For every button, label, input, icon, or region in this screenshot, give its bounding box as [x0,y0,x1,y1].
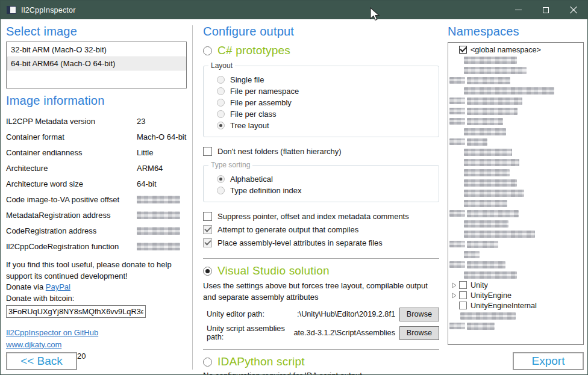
visual-studio-solution-radio[interactable]: Visual Studio solution [203,263,439,279]
layout-radio-icon[interactable] [217,76,225,84]
namespace-row-redacted[interactable] [449,65,582,75]
type-sorting-option[interactable]: Type definition index [217,185,433,196]
namespace-row-redacted[interactable] [449,198,582,208]
image-info-value: Mach-O 64-bit [137,132,186,141]
namespace-row-redacted[interactable] [449,249,582,259]
namespace-row-redacted[interactable] [449,229,582,239]
image-info-label: MetadataRegistration address [6,211,110,220]
redacted-namespace-blur [467,108,518,115]
select-image-heading: Select image [6,25,187,39]
redacted-namespace-blur [467,138,487,146]
namespace-row[interactable]: Unity [449,280,582,290]
layout-option[interactable]: File per class [217,108,433,120]
vs-radio-icon[interactable] [203,267,212,276]
output-option-checkbox-row[interactable]: Attempt to generate output that compiles [203,223,439,236]
website-link[interactable]: www.djkaty.com [6,340,61,349]
namespace-row-redacted[interactable] [449,188,582,198]
namespace-row-redacted[interactable] [449,106,582,116]
namespace-row[interactable]: UnityEngineInternal [449,300,582,311]
csharp-prototypes-label: C# prototypes [217,44,290,57]
type-sorting-radio-icon[interactable] [217,187,225,194]
image-info-label: Container format [6,132,64,141]
bitcoin-address-input[interactable] [6,305,146,318]
namespace-row-redacted[interactable] [449,116,582,126]
paypal-link[interactable]: PayPal [46,282,70,291]
github-link[interactable]: Il2CppInspector on GitHub [6,328,98,337]
namespace-row-redacted[interactable] [449,157,582,167]
layout-radio-icon[interactable] [217,87,225,95]
layout-option-label: Single file [230,75,264,84]
type-sorting-option[interactable]: Alphabetical [217,173,433,185]
namespace-row-redacted[interactable] [449,259,582,270]
redacted-namespace-blur [464,67,527,74]
redacted-namespace-blur [464,57,517,64]
expander-icon[interactable] [449,282,459,288]
namespace-row-redacted[interactable] [449,178,582,188]
namespace-checkbox-icon[interactable] [459,46,467,54]
namespace-checkbox-icon[interactable] [459,281,467,289]
close-icon [569,6,578,14]
idapython-script-radio[interactable]: IDAPython script [203,354,439,370]
output-option-checkbox-label: Place assembly-level attributes in separ… [217,238,383,247]
output-option-checkbox-row[interactable]: Suppress pointer, offset and index metad… [203,210,439,223]
namespace-row-redacted[interactable] [449,55,582,65]
image-list-item[interactable]: 32-bit ARM (Mach-O 32-bit) [7,43,186,57]
image-info-label: Il2CppCodeRegistration function [6,242,119,251]
image-info-row: Architecture word size64-bit [6,176,187,191]
namespace-row-redacted[interactable] [449,75,582,85]
csharp-radio-icon[interactable] [203,46,212,55]
layout-radio-icon[interactable] [217,122,225,129]
redacted-namespace-blur [464,190,524,197]
namespace-row-redacted[interactable] [449,311,582,321]
namespaces-heading: Namespaces [448,25,584,39]
namespace-row[interactable]: UnityEngine [449,290,582,300]
output-option-checkbox-icon[interactable] [203,212,212,221]
layout-option[interactable]: Single file [217,74,433,85]
redacted-namespace-blur [460,312,516,320]
namespace-row-redacted[interactable] [449,321,582,331]
redacted-namespace-blur [464,169,510,176]
close-button[interactable] [560,1,587,19]
layout-radio-icon[interactable] [217,110,225,118]
namespace-row-redacted[interactable] [449,126,582,137]
csharp-prototypes-radio[interactable]: C# prototypes [203,43,439,58]
maximize-button[interactable] [532,1,560,19]
browse-assemblies-button[interactable]: Browse [399,326,439,340]
namespace-row-redacted[interactable] [449,270,582,280]
image-info-value-redacted [137,227,180,235]
ida-radio-icon[interactable] [203,358,212,367]
flatten-checkbox-icon[interactable] [203,147,212,156]
layout-option[interactable]: File per assembly [217,97,433,108]
output-option-checkbox-row[interactable]: Place assembly-level attributes in separ… [203,237,439,249]
layout-radio-icon[interactable] [217,99,225,107]
namespace-row[interactable]: <global namespace> [449,45,582,55]
namespace-row-redacted[interactable] [449,239,582,249]
minimize-button[interactable] [504,1,532,19]
namespace-row-redacted[interactable] [449,85,582,96]
donate-bitcoin-label: Donate with bitcoin: [6,293,187,305]
namespace-row-redacted[interactable] [449,137,582,147]
layout-groupbox: Layout Single fileFile per namespaceFile… [203,66,439,137]
namespace-checkbox-icon[interactable] [459,302,467,309]
output-option-checkbox-icon[interactable] [203,238,212,247]
image-listbox[interactable]: 32-bit ARM (Mach-O 32-bit)64-bit ARM64 (… [6,42,187,88]
output-option-checkbox-icon[interactable] [203,225,212,234]
flatten-hierarchy-checkbox-row[interactable]: Don't nest folders (flatten hierarchy) [203,145,439,158]
layout-option[interactable]: File per namespace [217,85,433,97]
expander-icon[interactable] [449,293,459,299]
namespace-row-redacted[interactable] [449,96,582,106]
unity-editor-path-value: :\Unity\Hub\Editor\2019.2.8f1 [297,310,395,318]
namespace-checkbox-icon[interactable] [459,291,467,299]
back-button[interactable]: << Back [6,352,77,370]
namespace-row-redacted[interactable] [449,218,582,229]
namespace-row-redacted[interactable] [449,208,582,218]
namespaces-tree[interactable]: <global namespace>UnityUnityEngineUnityE… [448,42,584,345]
image-list-item[interactable]: 64-bit ARM64 (Mach-O 64-bit) [7,57,186,70]
type-sorting-radio-icon[interactable] [217,175,225,183]
export-button[interactable]: Export [513,352,584,370]
namespace-row-redacted[interactable] [449,167,582,178]
layout-option[interactable]: Tree layout [217,120,433,131]
namespace-row-redacted[interactable] [449,147,582,157]
browse-editor-button[interactable]: Browse [399,308,439,321]
redacted-namespace-blur [464,271,517,279]
